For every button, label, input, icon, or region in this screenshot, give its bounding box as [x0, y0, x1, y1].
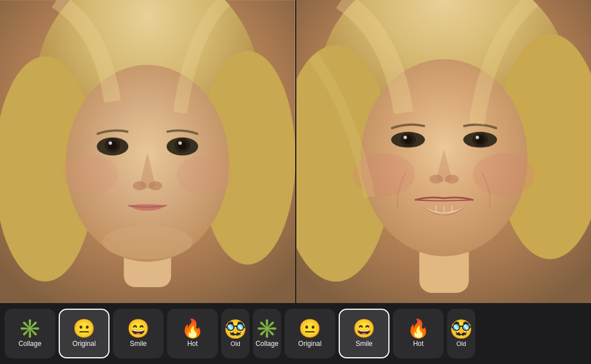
main-content — [0, 0, 591, 303]
original-label-right: Original — [298, 340, 321, 348]
old-button-left[interactable]: 🥸 Old — [221, 309, 249, 358]
old-button-right[interactable]: 🥸 Old — [447, 309, 475, 358]
hot-button-right[interactable]: 🔥 Hot — [393, 309, 444, 358]
original-button-left[interactable]: 😐 Original — [59, 309, 110, 358]
smile-button-right[interactable]: 😄 Smile — [339, 309, 389, 358]
original-icon-right: 😐 — [299, 319, 321, 337]
collage-label-right: Collage — [256, 340, 279, 348]
svg-point-18 — [148, 181, 162, 190]
old-label-left: Old — [230, 340, 240, 347]
collage-button-left[interactable]: ✳️ Collage — [5, 309, 55, 358]
svg-point-16 — [178, 142, 182, 145]
hot-label-left: Hot — [187, 340, 198, 348]
old-icon-left: 🥸 — [224, 320, 247, 338]
hot-button-left[interactable]: 🔥 Hot — [167, 309, 218, 358]
original-icon-left: 😐 — [73, 319, 95, 337]
right-photo-panel — [296, 0, 592, 303]
collage-label-left: Collage — [19, 340, 42, 348]
collage-icon-right: ✳️ — [256, 319, 278, 337]
svg-point-36 — [475, 136, 479, 139]
right-face-svg — [296, 0, 592, 303]
hot-label-right: Hot — [413, 340, 424, 348]
svg-point-37 — [429, 174, 443, 183]
svg-point-32 — [403, 136, 406, 139]
svg-point-12 — [108, 142, 112, 145]
original-button-right[interactable]: 😐 Original — [284, 309, 335, 358]
toolbar: ✳️ Collage 😐 Original 😄 Smile 🔥 Hot 🥸 Ol… — [0, 303, 591, 364]
smile-button-left[interactable]: 😄 Smile — [113, 309, 164, 358]
svg-point-19 — [102, 225, 192, 259]
svg-point-38 — [445, 174, 458, 183]
old-label-right: Old — [456, 340, 466, 347]
hot-icon-left: 🔥 — [181, 319, 204, 337]
smile-icon-right: 😄 — [353, 319, 375, 337]
hot-icon-right: 🔥 — [407, 319, 430, 337]
svg-point-17 — [133, 181, 146, 190]
original-label-left: Original — [72, 340, 95, 348]
old-icon-right: 🥸 — [450, 320, 472, 338]
collage-button-right[interactable]: ✳️ Collage — [253, 309, 281, 358]
svg-point-7 — [62, 155, 119, 194]
left-face-svg — [0, 0, 295, 303]
left-photo-panel — [0, 0, 295, 303]
collage-icon-left: ✳️ — [19, 319, 41, 337]
smile-icon-left: 😄 — [127, 319, 150, 337]
svg-point-28 — [472, 153, 535, 196]
smile-label-left: Smile — [130, 340, 147, 348]
smile-label-right: Smile — [356, 340, 373, 348]
svg-point-8 — [177, 155, 233, 194]
